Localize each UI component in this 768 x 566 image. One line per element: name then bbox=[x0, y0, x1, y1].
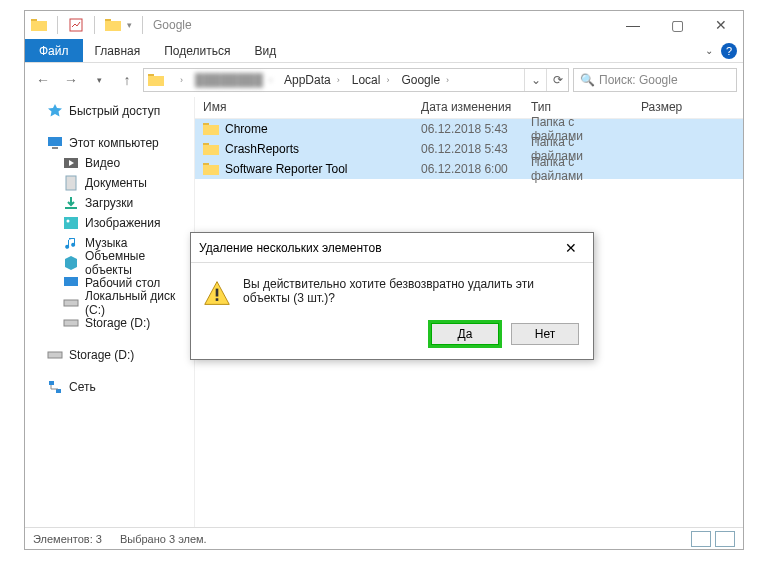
qat-dropdown-icon[interactable]: ▾ bbox=[127, 20, 132, 30]
ribbon-expand-icon[interactable]: ⌄ bbox=[705, 45, 713, 56]
dialog-message: Вы действительно хотите безвозвратно уда… bbox=[243, 277, 581, 309]
svg-rect-7 bbox=[48, 137, 62, 146]
search-input[interactable]: 🔍 Поиск: Google bbox=[573, 68, 737, 92]
titlebar: ▾ Google — ▢ ✕ bbox=[25, 11, 743, 39]
yes-button[interactable]: Да bbox=[431, 323, 499, 345]
open-folder-icon[interactable] bbox=[105, 17, 121, 33]
column-headers: Имя Дата изменения Тип Размер bbox=[195, 97, 743, 119]
sidebar-quick-access[interactable]: Быстрый доступ bbox=[25, 101, 194, 121]
history-dropdown[interactable]: ▾ bbox=[87, 68, 111, 92]
svg-rect-17 bbox=[48, 352, 62, 358]
folder-icon bbox=[203, 161, 219, 177]
tab-share[interactable]: Поделиться bbox=[152, 39, 242, 62]
breadcrumb-google[interactable]: Google› bbox=[395, 73, 455, 87]
monitor-icon bbox=[47, 135, 63, 151]
music-icon bbox=[63, 235, 79, 251]
status-bar: Элементов: 3 Выбрано 3 элем. bbox=[25, 527, 743, 549]
picture-icon bbox=[63, 215, 79, 231]
help-icon[interactable]: ? bbox=[721, 43, 737, 59]
svg-rect-26 bbox=[216, 289, 219, 297]
search-icon: 🔍 bbox=[580, 73, 595, 87]
delete-confirmation-dialog: Удаление нескольких элементов ✕ Вы дейст… bbox=[190, 232, 594, 360]
svg-rect-21 bbox=[203, 125, 219, 135]
svg-rect-14 bbox=[64, 277, 78, 286]
svg-rect-25 bbox=[203, 165, 219, 175]
svg-point-13 bbox=[67, 220, 70, 223]
view-large-button[interactable] bbox=[715, 531, 735, 547]
no-button[interactable]: Нет bbox=[511, 323, 579, 345]
star-icon bbox=[47, 103, 63, 119]
close-button[interactable]: ✕ bbox=[699, 11, 743, 39]
sidebar-this-pc[interactable]: Этот компьютер bbox=[25, 133, 194, 153]
folder-icon bbox=[31, 17, 47, 33]
sidebar-storage-d[interactable]: Storage (D:) bbox=[25, 345, 194, 365]
sidebar-item-downloads[interactable]: Загрузки bbox=[25, 193, 194, 213]
svg-rect-23 bbox=[203, 145, 219, 155]
tab-home[interactable]: Главная bbox=[83, 39, 153, 62]
address-dropdown[interactable]: ⌄ bbox=[524, 69, 546, 91]
dialog-title: Удаление нескольких элементов bbox=[199, 241, 382, 255]
back-button[interactable]: ← bbox=[31, 68, 55, 92]
address-bar[interactable]: › ████████› AppData› Local› Google› ⌄ ⟳ bbox=[143, 68, 569, 92]
drive-icon bbox=[47, 347, 63, 363]
status-count: Элементов: 3 bbox=[33, 533, 102, 545]
folder-icon bbox=[203, 141, 219, 157]
sidebar-item-videos[interactable]: Видео bbox=[25, 153, 194, 173]
up-button[interactable]: ↑ bbox=[115, 68, 139, 92]
maximize-button[interactable]: ▢ bbox=[655, 11, 699, 39]
view-details-button[interactable] bbox=[691, 531, 711, 547]
table-row[interactable]: Software Reporter Tool 06.12.2018 6:00 П… bbox=[195, 159, 743, 179]
svg-rect-1 bbox=[31, 21, 47, 31]
column-date[interactable]: Дата изменения bbox=[413, 97, 523, 118]
breadcrumb-appdata[interactable]: AppData› bbox=[278, 73, 346, 87]
sidebar-item-drive-c[interactable]: Локальный диск (C:) bbox=[25, 293, 194, 313]
breadcrumb-local[interactable]: Local› bbox=[346, 73, 396, 87]
desktop-icon bbox=[63, 275, 79, 291]
forward-button[interactable]: → bbox=[59, 68, 83, 92]
minimize-button[interactable]: — bbox=[611, 11, 655, 39]
svg-rect-15 bbox=[64, 300, 78, 306]
breadcrumb-obscured[interactable]: ████████› bbox=[189, 73, 278, 87]
svg-rect-18 bbox=[49, 381, 54, 385]
status-selected: Выбрано 3 элем. bbox=[120, 533, 207, 545]
file-tab[interactable]: Файл bbox=[25, 39, 83, 62]
separator bbox=[94, 16, 95, 34]
svg-rect-4 bbox=[105, 21, 121, 31]
svg-rect-12 bbox=[64, 217, 78, 229]
table-row[interactable]: CrashReports 06.12.2018 5:43 Папка с фай… bbox=[195, 139, 743, 159]
window-title: Google bbox=[153, 18, 192, 32]
ribbon: Файл Главная Поделиться Вид ⌄ ? bbox=[25, 39, 743, 63]
search-placeholder: Поиск: Google bbox=[599, 73, 678, 87]
refresh-button[interactable]: ⟳ bbox=[546, 69, 568, 91]
svg-rect-16 bbox=[64, 320, 78, 326]
svg-rect-19 bbox=[56, 389, 61, 393]
drive-icon bbox=[63, 295, 79, 311]
folder-icon bbox=[203, 121, 219, 137]
svg-rect-10 bbox=[66, 176, 76, 190]
svg-rect-6 bbox=[148, 76, 164, 86]
cube-icon bbox=[63, 255, 79, 271]
document-icon bbox=[63, 175, 79, 191]
sidebar-network[interactable]: Сеть bbox=[25, 377, 194, 397]
svg-rect-11 bbox=[65, 207, 77, 209]
column-name[interactable]: Имя bbox=[195, 97, 413, 118]
separator bbox=[57, 16, 58, 34]
column-size[interactable]: Размер bbox=[633, 97, 743, 118]
folder-icon bbox=[148, 72, 164, 88]
separator bbox=[142, 16, 143, 34]
tab-view[interactable]: Вид bbox=[242, 39, 288, 62]
download-icon bbox=[63, 195, 79, 211]
network-icon bbox=[47, 379, 63, 395]
properties-icon[interactable] bbox=[68, 17, 84, 33]
navbar: ← → ▾ ↑ › ████████› AppData› Local› Goog… bbox=[25, 63, 743, 97]
dialog-close-button[interactable]: ✕ bbox=[557, 237, 585, 259]
video-icon bbox=[63, 155, 79, 171]
sidebar-item-pictures[interactable]: Изображения bbox=[25, 213, 194, 233]
sidebar-item-3d[interactable]: Объемные объекты bbox=[25, 253, 194, 273]
svg-rect-8 bbox=[52, 147, 58, 149]
warning-icon bbox=[203, 277, 231, 309]
table-row[interactable]: Chrome 06.12.2018 5:43 Папка с файлами bbox=[195, 119, 743, 139]
sidebar: Быстрый доступ Этот компьютер Видео Доку… bbox=[25, 97, 195, 527]
sidebar-item-documents[interactable]: Документы bbox=[25, 173, 194, 193]
drive-icon bbox=[63, 315, 79, 331]
